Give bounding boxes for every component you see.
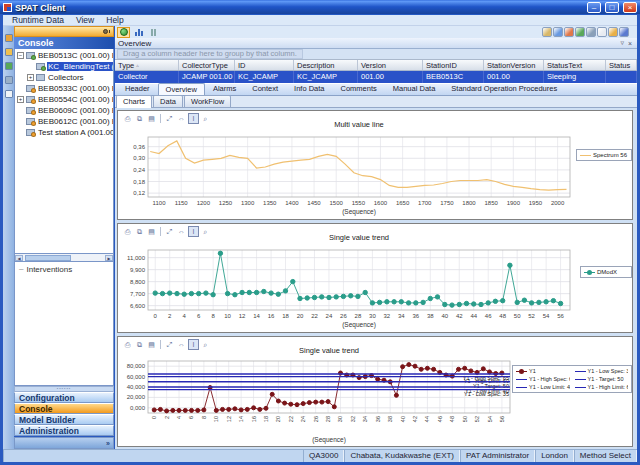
- printer-icon[interactable]: ⎙: [122, 113, 133, 124]
- chart-panel-2: ⎙⧉▤⤢⇔I⌕Y1 - High Spec: 65Y1 - High Limit…: [117, 336, 633, 447]
- menu-item-runtime-data[interactable]: Runtime Data: [7, 15, 69, 25]
- expand-icon[interactable]: +: [27, 74, 34, 81]
- tree-item-beb0609c-001-00-basesta[interactable]: BEB0609C (001.00) BaseSta: [15, 105, 113, 116]
- maximize-button[interactable]: □: [605, 2, 619, 13]
- zoom-reset-icon[interactable]: ⤢: [164, 113, 175, 124]
- pin-icon[interactable]: [103, 29, 108, 34]
- zoom-in-icon[interactable]: ⌕: [200, 113, 211, 124]
- column-header-version[interactable]: Version: [358, 60, 423, 70]
- tree-item-collectors[interactable]: +Collectors: [15, 72, 113, 83]
- column-header-stationversion[interactable]: StationVersion: [484, 60, 544, 70]
- cursor-mode-icon[interactable]: I: [188, 113, 199, 124]
- copy-icon[interactable]: ⧉: [134, 339, 145, 350]
- chart-plot-0[interactable]: 0,120,180,240,300,3611001150120012501300…: [118, 111, 634, 221]
- scroll-right-icon[interactable]: ▶: [105, 255, 113, 261]
- column-header-collectortype[interactable]: CollectorType: [179, 60, 235, 70]
- pan-icon[interactable]: ⇔: [176, 339, 187, 350]
- interventions-expander[interactable]: –: [19, 265, 23, 273]
- column-header-statustext[interactable]: StatusText: [544, 60, 606, 70]
- svg-text:1250: 1250: [219, 200, 233, 206]
- tab-manual-data[interactable]: Manual Data: [385, 82, 444, 95]
- tab-info-data[interactable]: Info Data: [286, 82, 332, 95]
- zoom-reset-icon[interactable]: ⤢: [164, 226, 175, 237]
- expand-icon[interactable]: +: [17, 96, 24, 103]
- tab-header[interactable]: Header: [117, 82, 158, 95]
- export-icon[interactable]: ▤: [146, 226, 157, 237]
- document-icon[interactable]: [597, 27, 607, 37]
- tree-item-beb0612c-001-00-basesta[interactable]: BEB0612C (001.00) BaseSta: [15, 116, 113, 127]
- tab-comments[interactable]: Comments: [333, 82, 385, 95]
- tab-alarms[interactable]: Alarms: [205, 82, 244, 95]
- zoom-in-icon[interactable]: ⌕: [200, 226, 211, 237]
- nav-administration[interactable]: Administration: [14, 425, 114, 436]
- nav-model-builder[interactable]: Model Builder: [14, 414, 114, 425]
- settings-icon[interactable]: [586, 27, 596, 37]
- exit-icon[interactable]: [619, 27, 629, 37]
- copy-icon[interactable]: ⧉: [134, 226, 145, 237]
- nav-configuration[interactable]: Configuration: [14, 392, 114, 403]
- alarms-icon[interactable]: [564, 27, 574, 37]
- column-header-status[interactable]: Status: [606, 60, 637, 70]
- auto-hide-pin-icon[interactable]: ▿: [618, 39, 626, 47]
- interventions-label[interactable]: Interventions: [26, 265, 72, 274]
- tab-context[interactable]: Context: [244, 82, 286, 95]
- view-tab-charts[interactable]: Charts: [116, 95, 152, 108]
- tree-item-test-station-a-001-00-base[interactable]: Test station A (001.00) Base: [15, 127, 113, 138]
- collapse-icon[interactable]: −: [17, 52, 24, 59]
- printer-icon[interactable]: ⎙: [122, 339, 133, 350]
- zoom-in-icon[interactable]: ⌕: [200, 339, 211, 350]
- view-tab-data[interactable]: Data: [153, 95, 183, 107]
- pan-icon[interactable]: ⇔: [176, 113, 187, 124]
- column-header-stationid[interactable]: StationID: [423, 60, 484, 70]
- pan-icon[interactable]: ⇔: [176, 226, 187, 237]
- zoom-reset-icon[interactable]: ⤢: [164, 339, 175, 350]
- export-icon[interactable]: ▤: [146, 113, 157, 124]
- column-header-description[interactable]: Description: [294, 60, 358, 70]
- nav-console[interactable]: Console: [14, 403, 114, 414]
- menu-item-view[interactable]: View: [71, 15, 99, 25]
- chart-plot-1[interactable]: 6,6007,7008,8009,90011,00002468101214161…: [118, 224, 634, 334]
- panel-icon[interactable]: [5, 90, 13, 98]
- cursor-mode-icon[interactable]: I: [188, 339, 199, 350]
- tab-overview[interactable]: Overview: [158, 83, 205, 95]
- legend-marker: [516, 377, 527, 382]
- tree-item-beb0513c-001-00-basesta[interactable]: −BEB0513C (001.00) BaseSta: [15, 50, 113, 61]
- copy-icon[interactable]: ⧉: [134, 113, 145, 124]
- chart-icon[interactable]: [5, 62, 13, 70]
- sidebar-nav-footer[interactable]: »: [14, 437, 114, 449]
- column-header-id[interactable]: ID: [235, 60, 294, 70]
- pause-button[interactable]: [147, 27, 160, 38]
- network-icon[interactable]: [575, 27, 585, 37]
- reports-icon[interactable]: [553, 27, 563, 37]
- tree-indent: [17, 107, 24, 114]
- svg-text:1850: 1850: [484, 200, 498, 206]
- chart-toolbar: ⎙⧉▤⤢⇔I⌕: [122, 339, 211, 350]
- view-tab-workflow[interactable]: WorkFlow: [184, 95, 231, 107]
- menu-item-help[interactable]: Help: [101, 15, 128, 25]
- tab-standard-operation-procedures[interactable]: Standard Operation Procedures: [443, 82, 565, 95]
- chart-view-button[interactable]: [132, 27, 145, 38]
- console-panel-grip[interactable]: [14, 26, 114, 37]
- cursor-mode-icon[interactable]: I: [188, 226, 199, 237]
- tree-item-kc-blendingtest-001-00[interactable]: KC_BlendingTest (001.00): [15, 61, 113, 72]
- tree-item-beb0533c-001-00-basesta[interactable]: BEB0533C (001.00) BaseSta: [15, 83, 113, 94]
- scrollbar-thumb[interactable]: [25, 255, 71, 261]
- refresh-button[interactable]: [117, 27, 130, 38]
- group-by-band[interactable]: Drag a column header here to group by th…: [115, 49, 637, 59]
- printer-icon[interactable]: ⎙: [122, 226, 133, 237]
- document-icon[interactable]: [5, 34, 13, 42]
- close-button[interactable]: ×: [623, 2, 637, 13]
- status-bar: QA3000Chabata, Kudakwashe (EXT)PAT Admin…: [3, 449, 637, 462]
- folder-icon[interactable]: [5, 48, 13, 56]
- svg-text:34: 34: [362, 416, 368, 422]
- minimize-button[interactable]: –: [587, 2, 601, 13]
- scroll-left-icon[interactable]: ◀: [15, 255, 23, 261]
- export-icon[interactable]: ▤: [146, 339, 157, 350]
- panel-close-icon[interactable]: ×: [626, 40, 634, 47]
- tree-horizontal-scrollbar[interactable]: ◀ ▶: [14, 254, 114, 262]
- column-header-type[interactable]: Type▵: [115, 60, 179, 70]
- home-icon[interactable]: [542, 27, 552, 37]
- tree-item-beb0554c-001-00-basesta[interactable]: +BEB0554C (001.00) BaseSta: [15, 94, 113, 105]
- add-icon[interactable]: [5, 76, 13, 84]
- user-icon[interactable]: [608, 27, 618, 37]
